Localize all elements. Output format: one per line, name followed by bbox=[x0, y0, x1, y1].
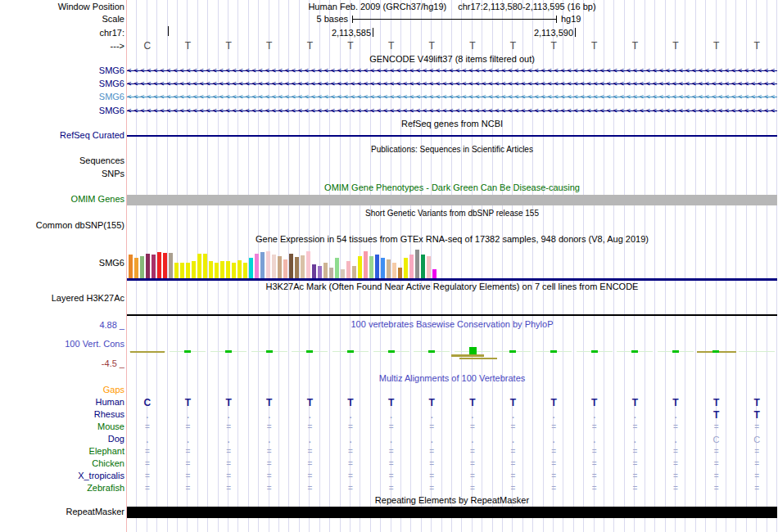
omim-gene-bar[interactable] bbox=[127, 195, 777, 205]
alignment-row-elephant[interactable]: ================ bbox=[127, 446, 777, 458]
ruler-tick bbox=[575, 28, 576, 37]
gene-label-smg6-3[interactable]: SMG6 bbox=[99, 92, 124, 102]
alignment-cell: T bbox=[655, 397, 696, 408]
alignment-cell: = bbox=[330, 483, 371, 494]
alignment-cell: = bbox=[208, 422, 249, 433]
alignment-cell: = bbox=[127, 446, 168, 458]
repeatmasker-element-bar[interactable] bbox=[127, 507, 777, 518]
alignment-row-zebrafish[interactable]: ================ bbox=[127, 483, 777, 494]
species-label-human[interactable]: Human bbox=[96, 397, 124, 408]
track-label-gtex-smg6[interactable]: SMG6 bbox=[99, 258, 124, 268]
alignment-cell: = bbox=[493, 483, 534, 494]
gene-model-smg6-1[interactable]: <<<<<<<<<<<<<<<<<<<<<<<<<<<<<<<<<<<<<<<<… bbox=[127, 65, 777, 76]
alignment-row-rhesus[interactable]: ..............TT bbox=[127, 409, 777, 421]
track-label-vert-cons[interactable]: 100 Vert. Cons bbox=[65, 339, 124, 349]
alignment-cell: C bbox=[127, 397, 168, 408]
scale-bar bbox=[352, 16, 557, 23]
alignment-row-mouse[interactable]: ================ bbox=[127, 422, 777, 433]
track-title-gtex[interactable]: Gene Expression in 54 tissues from GTEx … bbox=[127, 234, 777, 245]
track-title-publications[interactable]: Publications: Sequences in Scientific Ar… bbox=[127, 144, 777, 155]
track-title-omim[interactable]: OMIM Gene Phenotypes - Dark Green Can Be… bbox=[127, 183, 777, 193]
gtex-tissue-bar bbox=[409, 255, 414, 278]
track-title-h3k27ac[interactable]: H3K27Ac Mark (Often Found Near Active Re… bbox=[127, 282, 777, 292]
alignment-cell: T bbox=[411, 397, 452, 408]
track-label-sequences[interactable]: Sequences bbox=[79, 156, 124, 166]
alignment-cell: . bbox=[168, 434, 209, 445]
base-sequence-row[interactable]: CTTTTTTTTTTTTTTT bbox=[127, 41, 777, 52]
track-label-gaps[interactable]: Gaps bbox=[103, 385, 124, 395]
species-label-dog[interactable]: Dog bbox=[108, 434, 124, 444]
species-label-zebrafish[interactable]: Zebrafish bbox=[87, 483, 124, 494]
conservation-wiggle-track[interactable] bbox=[127, 344, 777, 365]
base-letter: T bbox=[493, 41, 534, 52]
alignment-cell: T bbox=[290, 397, 331, 408]
gtex-tissue-bar bbox=[295, 257, 299, 278]
alignment-cell: = bbox=[736, 483, 777, 494]
base-letter: T bbox=[168, 41, 209, 52]
alignment-cell: = bbox=[533, 458, 574, 470]
conservation-mark bbox=[306, 350, 313, 353]
track-label-layered-h3k27ac[interactable]: Layered H3K27Ac bbox=[52, 293, 124, 304]
alignment-cell: = bbox=[736, 422, 777, 433]
track-label-omim-genes[interactable]: OMIM Genes bbox=[71, 194, 124, 205]
track-label-common-dbsnp[interactable]: Common dbSNP(155) bbox=[36, 220, 124, 231]
gene-label-smg6-4[interactable]: SMG6 bbox=[99, 106, 124, 116]
alignment-cell: = bbox=[452, 422, 493, 433]
track-title-refseq[interactable]: RefSeq genes from NCBI bbox=[127, 119, 777, 129]
alignment-cell: = bbox=[615, 422, 656, 433]
gtex-tissue-bar bbox=[272, 255, 276, 278]
track-title-multiz[interactable]: Multiz Alignments of 100 Vertebrates bbox=[127, 373, 777, 384]
refseq-gene-line[interactable] bbox=[127, 135, 777, 137]
ruler-number-2: 2,113,590 bbox=[448, 28, 573, 38]
track-label-refseq-curated[interactable]: RefSeq Curated bbox=[60, 130, 124, 141]
species-label-rhesus[interactable]: Rhesus bbox=[94, 409, 124, 420]
alignment-cell: = bbox=[371, 422, 412, 433]
track-title-dbsnp[interactable]: Short Genetic Variants from dbSNP releas… bbox=[127, 208, 777, 219]
species-label-mouse[interactable]: Mouse bbox=[97, 422, 124, 432]
gtex-tissue-bar bbox=[318, 266, 322, 278]
conservation-mark bbox=[459, 358, 497, 359]
track-label-repeatmasker[interactable]: RepeatMasker bbox=[66, 507, 124, 517]
gtex-expression-barchart[interactable] bbox=[129, 246, 436, 278]
track-title-phylop[interactable]: 100 vertebrates Basewise Conservation by… bbox=[127, 319, 777, 330]
alignment-cell: . bbox=[127, 434, 168, 445]
conservation-mark bbox=[550, 350, 557, 353]
ruler-number-1: 2,113,585 bbox=[246, 28, 371, 38]
chromosome-label: chr17: bbox=[99, 28, 124, 38]
conservation-mark bbox=[712, 350, 719, 353]
alignment-cell: = bbox=[696, 422, 737, 433]
alignment-row-human[interactable]: CTTTTTTTTTTTTTTT bbox=[127, 397, 777, 408]
alignment-cell: = bbox=[168, 422, 209, 433]
species-label-x_tropicalis[interactable]: X_tropicalis bbox=[78, 471, 124, 481]
gene-model-smg6-4[interactable]: <<<<<<<<<<<<<<<<<<<<<<<<<<<<<<<<<<<<<<<<… bbox=[127, 106, 777, 116]
strand-direction-label: ---> bbox=[111, 41, 124, 52]
alignment-cell: . bbox=[655, 409, 696, 421]
alignment-cell: = bbox=[615, 446, 656, 458]
gtex-tissue-bar bbox=[192, 261, 196, 278]
alignment-cell: = bbox=[655, 471, 696, 482]
alignment-cell: = bbox=[371, 458, 412, 470]
alignment-cell: = bbox=[249, 446, 290, 458]
alignment-cell: . bbox=[615, 409, 656, 421]
alignment-row-x_tropicalis[interactable]: ================ bbox=[127, 471, 777, 482]
alignment-cell: . bbox=[168, 409, 209, 421]
alignment-cell: . bbox=[655, 434, 696, 445]
gene-model-smg6-3[interactable]: <<<<<<<<<<<<<<<<<<<<<<<<<<<<<<<<<<<<<<<<… bbox=[127, 92, 777, 102]
gene-label-smg6-2[interactable]: SMG6 bbox=[99, 79, 124, 89]
alignment-row-chicken[interactable]: ================ bbox=[127, 458, 777, 470]
gene-model-smg6-2[interactable]: <<<<<<<<<<<<<<<<<<<<<<<<<<<<<<<<<<<<<<<<… bbox=[127, 79, 777, 89]
alignment-row-dog[interactable]: ..............CC bbox=[127, 434, 777, 445]
alignment-cell: = bbox=[574, 446, 615, 458]
track-title-gencode[interactable]: GENCODE V49lift37 (8 items filtered out) bbox=[127, 54, 777, 65]
track-label-snps[interactable]: SNPs bbox=[102, 169, 124, 179]
species-label-chicken[interactable]: Chicken bbox=[92, 458, 124, 469]
alignment-cell: = bbox=[208, 446, 249, 458]
track-title-repeatmasker[interactable]: Repeating Elements by RepeatMasker bbox=[127, 495, 777, 506]
gtex-tissue-bar bbox=[226, 261, 230, 278]
gtex-tissue-bar bbox=[427, 256, 431, 278]
alignment-cell: = bbox=[533, 422, 574, 433]
gene-label-smg6-1[interactable]: SMG6 bbox=[99, 65, 124, 76]
species-label-elephant[interactable]: Elephant bbox=[89, 446, 124, 457]
alignment-cell: . bbox=[533, 409, 574, 421]
gtex-tissue-bar bbox=[381, 258, 385, 278]
